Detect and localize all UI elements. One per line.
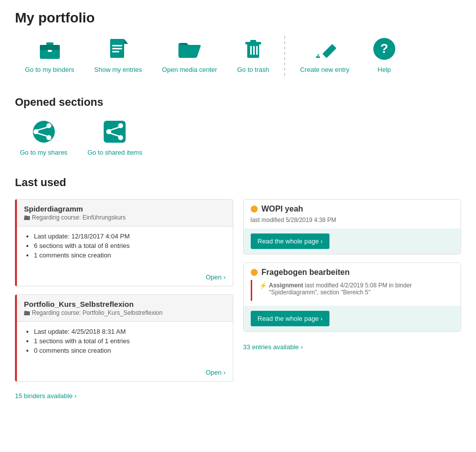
course-ref-2: Regarding course: Portfolio_Kurs_Selbstr… (24, 309, 226, 316)
folder-small-icon-2 (24, 310, 30, 316)
pages-column: WOPI yeah last modified 5/28/2019 4:38 P… (243, 199, 462, 351)
binder-card-portfolio-kurs: Portfolio_Kurs_Selbstreflexion Regarding… (15, 294, 233, 382)
svg-rect-7 (112, 48, 122, 49)
binder-open-a-2[interactable]: Open › (206, 369, 226, 376)
trash-icon (240, 36, 266, 62)
wopi-card: WOPI yeah last modified 5/28/2019 4:38 P… (243, 199, 462, 254)
folder-open-icon (176, 36, 202, 62)
read-btn-label: Read the whole page › (258, 237, 323, 245)
binder-detail-2-2: 0 comments since creation (34, 347, 226, 354)
svg-rect-13 (253, 46, 255, 55)
fragebogen-card-header: Fragebogen bearbeiten (244, 263, 461, 280)
binders-available[interactable]: 15 binders available › (15, 392, 233, 400)
fragebogen-title: Fragebogen bearbeiten (262, 268, 350, 277)
binder-title: Spiderdiagramm (24, 205, 226, 213)
share-icon (31, 119, 57, 145)
help-link[interactable]: Help (378, 66, 391, 73)
open-media-center-link[interactable]: Open media center (162, 66, 217, 73)
create-new-entry-link[interactable]: Create new entry (300, 66, 349, 73)
binders-available-link[interactable]: 15 binders available › (15, 392, 77, 400)
go-to-binders-link[interactable]: Go to my binders (25, 66, 74, 73)
binder-card-body-2: Last update: 4/25/2018 8:31 AM 1 section… (17, 322, 233, 365)
binder-open-link-2[interactable]: Open › (17, 365, 233, 381)
action-create-new-entry[interactable]: Create new entry (290, 36, 359, 73)
course-ref-text: Regarding course: Einführungskurs (32, 214, 126, 221)
svg-rect-11 (250, 40, 256, 42)
quick-actions-divider (284, 36, 285, 76)
binder-open-a[interactable]: Open › (206, 273, 226, 281)
read-whole-page-button-wopi[interactable]: Read the whole page › (251, 233, 330, 249)
svg-rect-3 (48, 50, 52, 52)
status-dot-orange-2 (251, 269, 258, 276)
svg-marker-5 (124, 39, 128, 44)
svg-rect-8 (112, 51, 119, 52)
go-to-shared-items-item[interactable]: Go to shared items (82, 119, 147, 156)
svg-rect-17 (316, 56, 320, 58)
briefcase-icon (37, 36, 63, 62)
binder-card-header-2: Portfolio_Kurs_Selbstreflexion Regarding… (17, 295, 233, 322)
binder-details-list-2: Last update: 4/25/2018 8:31 AM 1 section… (24, 328, 226, 354)
shares-row: Go to my shares Go to shared items (15, 119, 461, 156)
read-whole-page-button-fragebogen[interactable]: Read the whole page › (251, 311, 330, 326)
go-to-shares-item[interactable]: Go to my shares (15, 119, 72, 156)
binder-detail-2-1: 1 sections with a total of 1 entries (34, 337, 226, 345)
binder-card-spiderdiagramm: Spiderdiagramm Regarding course: Einführ… (15, 199, 233, 286)
share-box-icon (102, 119, 128, 145)
action-open-media-center[interactable]: Open media center (152, 36, 227, 73)
wopi-last-modified: last modified 5/28/2019 4:38 PM (244, 217, 461, 228)
action-help[interactable]: ? Help (359, 36, 409, 73)
binder-detail-0: Last update: 12/18/2017 4:04 PM (34, 232, 226, 240)
assignment-label: Assignment last modified 4/2/2019 5:08 P… (269, 282, 447, 296)
binder-detail-2-0: Last update: 4/25/2018 8:31 AM (34, 328, 226, 335)
svg-rect-14 (256, 46, 258, 55)
assignment-info: ⚡ Assignment last modified 4/2/2019 5:08… (251, 280, 454, 301)
course-ref-text-2: Regarding course: Portfolio_Kurs_Selbstr… (32, 309, 162, 316)
course-ref: Regarding course: Einführungskurs (24, 214, 226, 221)
binder-card-header: Spiderdiagramm Regarding course: Einführ… (17, 200, 233, 226)
svg-rect-2 (40, 45, 60, 50)
show-entries-link[interactable]: Show my entries (94, 66, 142, 73)
document-icon (105, 36, 131, 62)
opened-sections-title: Opened sections (15, 96, 461, 109)
last-used-title: Last used (15, 176, 461, 189)
action-go-to-binders[interactable]: Go to my binders (15, 36, 84, 73)
pencil-icon (312, 36, 337, 62)
binder-card-body: Last update: 12/18/2017 4:04 PM 6 sectio… (17, 226, 233, 270)
help-icon: ? (371, 36, 397, 62)
svg-text:?: ? (380, 41, 388, 56)
assignment-label-strong: Assignment (269, 282, 304, 289)
binders-column: Spiderdiagramm Regarding course: Einführ… (15, 199, 233, 400)
binder-title-2: Portfolio_Kurs_Selbstreflexion (24, 300, 226, 308)
svg-rect-15 (322, 44, 336, 58)
wopi-card-body: Read the whole page › (244, 228, 461, 254)
binder-details-list: Last update: 12/18/2017 4:04 PM 6 sectio… (24, 232, 226, 259)
quick-actions-row: Go to my binders Show my entries Open me… (15, 36, 461, 76)
svg-rect-6 (112, 45, 122, 46)
entries-available[interactable]: 33 entries available › (243, 343, 462, 351)
action-go-to-trash[interactable]: Go to trash (227, 36, 279, 73)
folder-small-icon (24, 215, 30, 221)
page-title: My portfolio (15, 10, 461, 26)
opened-sections: Opened sections Go to my shares (15, 96, 461, 156)
entries-available-link[interactable]: 33 entries available › (243, 343, 303, 351)
binder-detail-2: 1 comments since creation (34, 251, 226, 259)
last-used-section: Last used Spiderdiagramm Regarding cours… (15, 176, 461, 400)
read-btn-label-2: Read the whole page › (258, 315, 323, 322)
status-dot-orange (251, 206, 258, 213)
go-to-shares-link[interactable]: Go to my shares (20, 149, 67, 156)
go-to-shared-items-link[interactable]: Go to shared items (87, 149, 142, 156)
fragebogen-card: Fragebogen bearbeiten ⚡ Assignment last … (243, 262, 462, 332)
last-used-grid: Spiderdiagramm Regarding course: Einführ… (15, 199, 461, 400)
lightning-icon: ⚡ (259, 282, 267, 289)
fragebogen-card-body: Read the whole page › (244, 306, 461, 331)
svg-rect-12 (250, 46, 252, 55)
wopi-card-header: WOPI yeah (244, 200, 461, 217)
wopi-title: WOPI yeah (262, 205, 304, 214)
binder-detail-1: 6 sections with a total of 8 entries (34, 242, 226, 249)
go-to-trash-link[interactable]: Go to trash (237, 66, 269, 73)
action-show-entries[interactable]: Show my entries (84, 36, 152, 73)
binder-open-link[interactable]: Open › (17, 270, 233, 286)
